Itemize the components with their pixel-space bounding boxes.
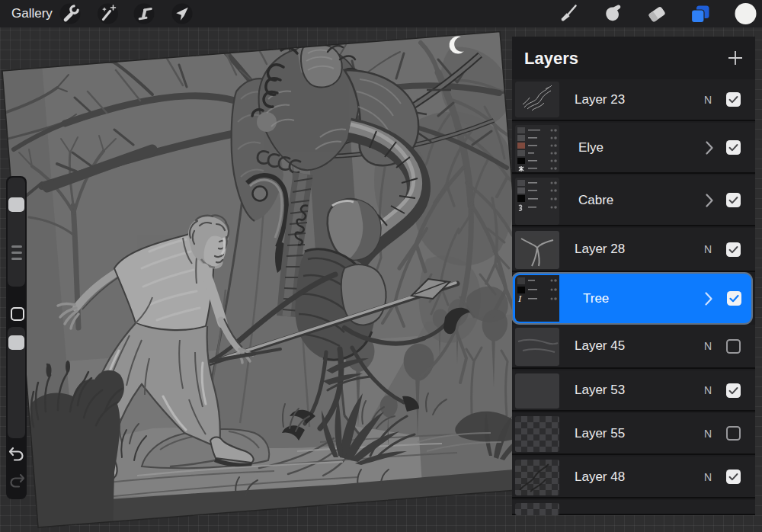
svg-text:I: I (517, 293, 522, 304)
